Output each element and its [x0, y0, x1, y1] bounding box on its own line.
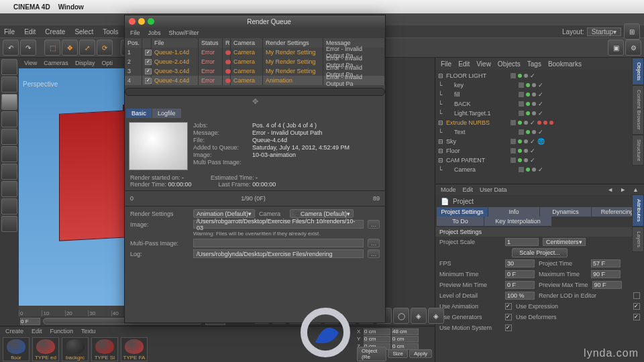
viewport-menu-options[interactable]: Opti	[101, 60, 113, 66]
move-tool[interactable]: ✥	[62, 40, 78, 56]
menu-create[interactable]: Create	[45, 28, 65, 36]
obj-menu-file[interactable]: File	[441, 60, 451, 68]
mat-menu-texture[interactable]: Textu	[81, 328, 96, 335]
mpi-browse-button[interactable]: …	[368, 239, 380, 247]
obj-menu-edit[interactable]: Edit	[458, 60, 470, 68]
render-settings-button[interactable]: ⚙	[625, 40, 641, 56]
attr-nav-up-icon[interactable]: ▲	[633, 186, 639, 193]
attr-input[interactable]	[592, 281, 622, 289]
texture-mode-icon[interactable]	[1, 111, 17, 127]
image-path-input[interactable]: /Users/robgarrott/Desktop/Exercise Files…	[193, 220, 364, 229]
layout-select[interactable]: Startup ▾	[587, 27, 621, 36]
coord-size-select[interactable]: Size	[388, 349, 408, 358]
mpi-path-input[interactable]	[193, 239, 364, 247]
scale-project-button[interactable]: Scale Project...	[512, 248, 568, 257]
log-browse-button[interactable]: …	[368, 249, 380, 258]
undo-button[interactable]: ↶	[3, 40, 19, 56]
rotate-tool[interactable]: ⟳	[97, 40, 113, 56]
object-row[interactable]: ⊟CAM PARENT✓	[438, 156, 641, 165]
tab-project-settings[interactable]: Project Settings	[437, 207, 488, 217]
object-mode-icon[interactable]	[1, 94, 17, 110]
project-scale-unit-select[interactable]: Centimeters ▾	[543, 238, 586, 246]
rs-select[interactable]: Animation (Default) ▾	[193, 209, 255, 218]
mat-menu-create[interactable]: Create	[5, 328, 23, 335]
attr-input[interactable]	[505, 259, 535, 267]
window-minimize-button[interactable]	[138, 18, 145, 25]
attr-menu-mode[interactable]: Mode	[441, 186, 456, 193]
coord-y[interactable]	[364, 336, 390, 343]
checkbox[interactable]	[505, 303, 512, 310]
menu-file[interactable]: File	[4, 28, 15, 36]
keyframe-rot-icon[interactable]: ◈	[428, 308, 444, 324]
object-row[interactable]: ⊟Sky✓ 🌐	[438, 137, 641, 146]
object-row[interactable]: └Light.Target.1✓	[438, 109, 641, 118]
object-row[interactable]: └key✓	[438, 80, 641, 90]
obj-menu-bookmarks[interactable]: Bookmarks	[548, 60, 582, 68]
snap-icon[interactable]	[1, 198, 17, 215]
render-lod-checkbox[interactable]	[633, 292, 640, 299]
side-tab-layers[interactable]: Layers	[632, 227, 644, 252]
render-view-button[interactable]: ▣	[608, 40, 624, 56]
axis-mode-icon[interactable]	[1, 181, 17, 197]
size-z[interactable]	[392, 343, 419, 350]
attr-input[interactable]	[505, 281, 535, 289]
side-tab-objects[interactable]: Objects	[632, 58, 644, 85]
edge-mode-icon[interactable]	[1, 146, 17, 162]
side-tab-attributes[interactable]: Attributes	[632, 194, 644, 227]
tab-basic[interactable]: Basic	[126, 109, 152, 118]
material-swatch[interactable]: TYPE FA	[121, 337, 148, 361]
attr-menu-edit[interactable]: Edit	[463, 186, 474, 193]
rq-menu-file[interactable]: File	[130, 29, 140, 36]
model-mode-icon[interactable]	[1, 76, 17, 93]
material-swatch[interactable]: backgrc	[62, 337, 89, 361]
mat-menu-function[interactable]: Function	[50, 328, 74, 335]
object-manager-tree[interactable]: ⊟FLOOR LIGHT✓└key✓└fill✓└BACK✓└Light.Tar…	[435, 70, 644, 184]
material-swatch[interactable]: floor	[3, 337, 30, 361]
layout-icon[interactable]: ⊞	[624, 23, 640, 40]
material-swatch[interactable]: TYPE SI	[91, 337, 118, 361]
rq-menu-showfilter[interactable]: Show/Filter	[169, 29, 199, 36]
size-x[interactable]	[392, 328, 419, 335]
select-tool[interactable]: ⬚	[44, 40, 60, 56]
viewport-menu-view[interactable]: View	[24, 60, 37, 66]
lod-input[interactable]	[505, 292, 535, 300]
object-row[interactable]: └fill✓	[438, 90, 641, 99]
mac-app-name[interactable]: CINEMA 4D	[13, 3, 50, 11]
menu-edit[interactable]: Edit	[24, 28, 36, 36]
checkbox[interactable]	[505, 314, 512, 320]
checkbox[interactable]	[633, 314, 640, 320]
attr-input[interactable]	[505, 270, 535, 278]
object-row[interactable]: └Camera✓	[438, 165, 641, 174]
menu-select[interactable]: Select	[74, 28, 93, 36]
material-swatch[interactable]: TYPE ed	[32, 337, 59, 361]
object-row[interactable]: ⊟FLOOR LIGHT✓	[438, 71, 641, 80]
object-row[interactable]: ⊟Floor✓	[438, 146, 641, 156]
tab-todo[interactable]: To Do	[437, 217, 484, 226]
checkbox[interactable]	[505, 324, 512, 331]
tab-key-interpolation[interactable]: Key Interpolation	[484, 217, 551, 226]
poly-mode-icon[interactable]	[1, 164, 17, 180]
attr-nav-fwd-icon[interactable]: ►	[620, 186, 626, 193]
mac-menu-window[interactable]: Window	[58, 3, 84, 11]
attr-nav-back-icon[interactable]: ◄	[607, 186, 613, 193]
queue-row[interactable]: 4✓Queue-4.c4dErrorCameraAnimationError -…	[125, 76, 385, 85]
scale-tool[interactable]: ⤢	[79, 40, 95, 56]
move-cursor-icon[interactable]: ✥	[125, 97, 385, 106]
mat-menu-edit[interactable]: Edit	[32, 328, 42, 335]
attr-input[interactable]	[591, 259, 621, 267]
side-tab-structure[interactable]: Structure	[632, 135, 644, 166]
coord-apply-button[interactable]: Apply	[409, 349, 432, 358]
cam-select[interactable]: 🎥 Camera (Default) ▾	[290, 209, 354, 218]
obj-menu-objects[interactable]: Objects	[498, 60, 521, 68]
side-tab-content-browser[interactable]: Content Browser	[632, 85, 644, 135]
window-close-button[interactable]	[129, 18, 136, 25]
timeline-start-input[interactable]	[20, 318, 40, 325]
coord-x[interactable]	[364, 328, 390, 335]
queue-hscroll[interactable]	[125, 88, 385, 96]
obj-menu-view[interactable]: View	[476, 60, 491, 68]
obj-menu-tags[interactable]: Tags	[527, 60, 541, 68]
keyframe-pos-icon[interactable]: ◈	[411, 308, 427, 324]
make-editable-icon[interactable]	[1, 59, 17, 75]
log-path-input[interactable]: /Users/robglynda/Desktop/Exercise Files/…	[193, 249, 364, 258]
object-row[interactable]: ⊟Extrude NURBS✓	[438, 118, 641, 127]
